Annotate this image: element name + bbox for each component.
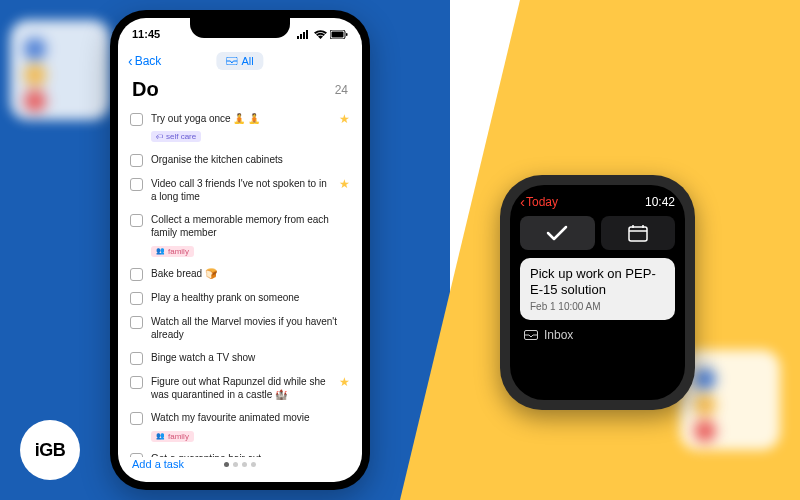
watch-inbox-row[interactable]: Inbox [520,328,675,342]
task-item[interactable]: Organise the kitchen cabinets [130,148,350,172]
people-icon: 👥 [156,247,165,255]
task-content: Organise the kitchen cabinets [151,153,350,166]
tag-icon: 🏷 [156,133,163,140]
svg-rect-3 [306,30,308,39]
watch-card-time: Feb 1 10:00 AM [530,301,665,312]
iphone-frame: 11:45 ‹ Back All Do 24 Try out yoga once… [110,10,370,490]
task-checkbox[interactable] [130,292,143,305]
task-content: Collect a memorable memory from each fam… [151,213,350,257]
task-item[interactable]: Binge watch a TV show [130,346,350,370]
blur-dot-icon [694,420,716,442]
task-text: Play a healthy prank on someone [151,291,350,304]
watch-status-bar: ‹ Today 10:42 [520,193,675,210]
task-item[interactable]: Try out yoga once 🧘 🧘🏷self care★ [130,107,350,148]
watch-screen: ‹ Today 10:42 Pick up work on PEP-E-15 s… [510,185,685,400]
task-text: Organise the kitchen cabinets [151,153,350,166]
task-item[interactable]: Video call 3 friends I've not spoken to … [130,172,350,208]
task-list[interactable]: Try out yoga once 🧘 🧘🏷self care★Organise… [118,107,362,457]
watch-tab-calendar[interactable] [601,216,676,250]
blur-decoration-tl [10,20,110,120]
task-content: Watch all the Marvel movies if you haven… [151,315,350,341]
svg-rect-0 [297,36,299,39]
task-item[interactable]: Collect a memorable memory from each fam… [130,208,350,262]
add-task-button[interactable]: Add a task [132,458,184,470]
star-icon[interactable]: ★ [339,375,350,389]
task-tag[interactable]: 🏷self care [151,131,201,142]
iphone-screen: 11:45 ‹ Back All Do 24 Try out yoga once… [118,18,362,482]
chevron-left-icon: ‹ [520,193,525,210]
task-text: Video call 3 friends I've not spoken to … [151,177,331,203]
task-text: Collect a memorable memory from each fam… [151,213,350,239]
filter-label: All [241,55,253,67]
blur-dot-icon [24,64,46,86]
task-checkbox[interactable] [130,316,143,329]
tag-label: self care [166,132,196,141]
task-content: Binge watch a TV show [151,351,350,364]
bottom-bar: Add a task [118,452,362,476]
blur-decoration-br [680,350,780,450]
page-dot [233,462,238,467]
task-content: Bake bread 🍞 [151,267,350,280]
task-checkbox[interactable] [130,412,143,425]
task-text: Watch my favourite animated movie [151,411,350,424]
task-item[interactable]: Watch my favourite animated movie👥family [130,406,350,447]
task-item[interactable]: Bake bread 🍞 [130,262,350,286]
task-text: Figure out what Rapunzel did while she w… [151,375,331,401]
svg-rect-8 [629,227,647,241]
task-content: Video call 3 friends I've not spoken to … [151,177,331,203]
task-checkbox[interactable] [130,268,143,281]
blur-dot-icon [694,368,716,390]
watch-inbox-label: Inbox [544,328,573,342]
watch-task-card[interactable]: Pick up work on PEP-E-15 solution Feb 1 … [520,258,675,320]
task-tag[interactable]: 👥family [151,246,194,257]
calendar-icon [628,224,648,242]
star-icon[interactable]: ★ [339,177,350,191]
list-header: Do 24 [118,76,362,107]
task-checkbox[interactable] [130,154,143,167]
signal-icon [297,30,311,39]
task-content: Figure out what Rapunzel did while she w… [151,375,331,401]
watch-frame: ‹ Today 10:42 Pick up work on PEP-E-15 s… [500,175,695,410]
task-item[interactable]: Figure out what Rapunzel did while she w… [130,370,350,406]
watch-back-button[interactable]: ‹ Today [520,193,558,210]
blur-dot-icon [24,38,46,60]
task-content: Watch my favourite animated movie👥family [151,411,350,442]
task-checkbox[interactable] [130,352,143,365]
list-title: Do [132,78,159,101]
iphone-notch [190,18,290,38]
star-icon[interactable]: ★ [339,112,350,126]
task-checkbox[interactable] [130,376,143,389]
inbox-icon [524,330,538,340]
task-checkbox[interactable] [130,178,143,191]
page-dot [242,462,247,467]
task-checkbox[interactable] [130,113,143,126]
task-item[interactable]: Play a healthy prank on someone [130,286,350,310]
nav-bar: ‹ Back All [118,46,362,76]
task-tag[interactable]: 👥family [151,431,194,442]
battery-icon [330,30,348,39]
status-indicators [297,30,348,39]
inbox-icon [226,57,237,65]
svg-rect-2 [303,32,305,39]
back-button[interactable]: ‹ Back [128,53,161,69]
watch-time: 10:42 [645,195,675,209]
watch-card-title: Pick up work on PEP-E-15 solution [530,266,665,299]
watch-tab-checkmark[interactable] [520,216,595,250]
blur-dot-icon [24,90,46,112]
task-text: Watch all the Marvel movies if you haven… [151,315,350,341]
tag-label: family [168,247,189,256]
svg-rect-6 [346,33,348,36]
status-time: 11:45 [132,28,160,40]
brand-badge: iGB [20,420,80,480]
task-content: Play a healthy prank on someone [151,291,350,304]
task-text: Binge watch a TV show [151,351,350,364]
filter-button[interactable]: All [216,52,263,70]
watch-back-label: Today [526,195,558,209]
task-text: Bake bread 🍞 [151,267,350,280]
chevron-left-icon: ‹ [128,53,133,69]
task-item[interactable]: Watch all the Marvel movies if you haven… [130,310,350,346]
wifi-icon [314,30,327,39]
task-checkbox[interactable] [130,214,143,227]
back-label: Back [135,54,162,68]
page-indicator[interactable] [224,462,256,467]
